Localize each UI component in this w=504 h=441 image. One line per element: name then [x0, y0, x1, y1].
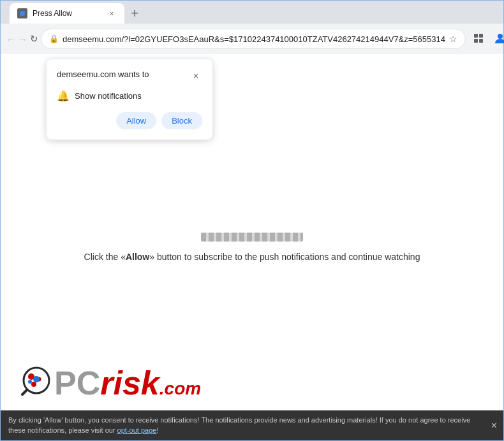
progress-area: [201, 233, 303, 242]
tab-favicon: [17, 8, 27, 18]
bookmark-icon[interactable]: ☆: [449, 34, 457, 44]
notification-permission-popup: demseemu.com wants to × 🔔 Show notificat…: [47, 59, 212, 140]
opt-out-link[interactable]: opt-out page: [117, 426, 157, 434]
svg-point-5: [498, 34, 503, 39]
pc-text: PC: [54, 365, 100, 401]
extensions-button[interactable]: [468, 29, 489, 49]
pcrisk-logo: PCrisk.com: [13, 364, 201, 402]
profile-icon: [494, 33, 504, 46]
profile-button[interactable]: [490, 29, 504, 49]
risk-text: risk: [100, 365, 159, 401]
consent-bar: By clicking 'Allow' button, you consent …: [1, 410, 503, 440]
back-icon: ←: [6, 34, 15, 45]
reload-button[interactable]: ↻: [30, 29, 38, 49]
address-bar[interactable]: demseemu.com/?l=02GYUEFO3sEAauR&s=$17102…: [63, 34, 445, 44]
consent-text: By clicking 'Allow' button, you consent …: [8, 416, 480, 435]
block-button[interactable]: Block: [161, 112, 202, 129]
popup-buttons: Allow Block: [57, 112, 202, 129]
instruction-allow-word: Allow: [126, 252, 149, 262]
fake-progress-bar: [201, 233, 303, 242]
bell-icon: 🔔: [57, 90, 70, 102]
reload-icon: ↻: [30, 33, 38, 45]
svg-point-0: [20, 11, 25, 16]
browser-tab[interactable]: Press Allow ×: [10, 3, 124, 24]
popup-close-button[interactable]: ×: [189, 69, 202, 82]
popup-notification-row: 🔔 Show notifications: [57, 90, 202, 102]
pcrisk-icon-graphic: [13, 364, 52, 402]
com-text: .com: [159, 379, 201, 398]
consent-text-suffix: !: [156, 426, 158, 434]
lock-icon: 🔒: [49, 34, 59, 43]
new-tab-button[interactable]: +: [126, 4, 144, 22]
instruction-text: Click the «Allow» button to subscribe to…: [84, 252, 420, 262]
svg-rect-4: [479, 39, 483, 43]
pcrisk-text: PCrisk.com: [54, 366, 201, 400]
svg-rect-3: [474, 39, 478, 43]
svg-rect-2: [479, 34, 483, 38]
extensions-icon: [473, 33, 484, 46]
consent-bar-close-button[interactable]: ×: [491, 420, 497, 431]
tab-close-button[interactable]: ×: [107, 8, 117, 18]
allow-button[interactable]: Allow: [116, 112, 156, 129]
instruction-suffix: » button to subscribe to the push notifi…: [149, 252, 420, 262]
popup-title: demseemu.com wants to: [57, 69, 149, 79]
svg-point-10: [31, 382, 36, 387]
tab-bar: Press Allow × +: [1, 1, 503, 24]
svg-point-12: [28, 380, 32, 384]
browser-window: Press Allow × + ← → ↻ 🔒 demseemu.com/?l=…: [0, 0, 504, 441]
tab-title: Press Allow: [33, 9, 101, 18]
popup-header: demseemu.com wants to ×: [57, 69, 202, 82]
svg-point-11: [33, 376, 40, 382]
show-notifications-label: Show notifications: [75, 91, 142, 101]
forward-button[interactable]: →: [18, 29, 27, 49]
instruction-prefix: Click the «: [84, 252, 126, 262]
nav-bar: ← → ↻ 🔒 demseemu.com/?l=02GYUEFO3sEAauR&…: [1, 24, 503, 54]
back-button[interactable]: ←: [6, 29, 15, 49]
address-bar-container: 🔒 demseemu.com/?l=02GYUEFO3sEAauR&s=$171…: [41, 29, 466, 49]
nav-right-icons: ⋮: [468, 29, 504, 49]
consent-text-prefix: By clicking 'Allow' button, you consent …: [8, 416, 470, 433]
forward-icon: →: [18, 34, 27, 45]
svg-rect-1: [474, 34, 478, 38]
page-content: demseemu.com wants to × 🔔 Show notificat…: [1, 54, 503, 440]
